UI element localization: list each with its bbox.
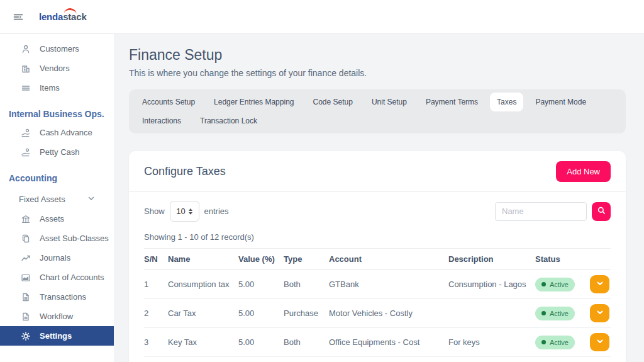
chevron-down-icon bbox=[596, 337, 604, 347]
cell-account: GTBank bbox=[329, 280, 448, 289]
tab-payment-mode[interactable]: Payment Mode bbox=[528, 93, 593, 111]
sidebar-item-vendors[interactable]: Vendors bbox=[0, 59, 114, 78]
table-row: 3 Key Tax 5.00 Both Office Equipments - … bbox=[144, 328, 611, 357]
status-label: Active bbox=[550, 339, 569, 346]
app-window: lendastack Customers Vendors bbox=[0, 0, 644, 362]
column-header-name: Name bbox=[168, 254, 238, 264]
sidebar: Customers Vendors Items Internal Busines… bbox=[0, 34, 114, 362]
sidebar-item-chart-of-accounts[interactable]: Chart of Accounts bbox=[0, 268, 114, 287]
trend-icon bbox=[21, 253, 31, 263]
search-input[interactable] bbox=[495, 202, 587, 221]
list-icon bbox=[21, 83, 31, 93]
finance-setup-tabs: Accounts Setup Ledger Entries Mapping Co… bbox=[129, 89, 626, 133]
tab-taxes[interactable]: Taxes bbox=[490, 93, 523, 111]
status-badge: Active bbox=[535, 278, 575, 291]
page-title: Finance Setup bbox=[129, 47, 626, 64]
sidebar-item-label: Workflow bbox=[40, 312, 73, 321]
column-header-account: Account bbox=[329, 254, 448, 264]
cell-account: Office Equipments - Cost bbox=[329, 337, 448, 347]
topbar: lendastack bbox=[0, 0, 644, 34]
tab-code-setup[interactable]: Code Setup bbox=[306, 93, 359, 111]
logo-swoosh-decoration bbox=[64, 8, 77, 14]
row-expand-button[interactable] bbox=[590, 275, 609, 293]
chevron-down-icon bbox=[596, 308, 604, 318]
tab-ledger-entries-mapping[interactable]: Ledger Entries Mapping bbox=[207, 93, 301, 111]
cell-status: Active bbox=[535, 307, 589, 320]
main-content: Finance Setup This is where you change t… bbox=[114, 34, 644, 362]
person-icon bbox=[21, 44, 31, 54]
tab-payment-terms[interactable]: Payment Terms bbox=[419, 93, 485, 111]
cell-value: 5.00 bbox=[238, 308, 284, 318]
search-control bbox=[495, 202, 611, 221]
sidebar-item-settings[interactable]: Settings bbox=[0, 326, 114, 346]
column-header-value: Value (%) bbox=[238, 254, 284, 264]
cell-value: 5.00 bbox=[238, 337, 284, 347]
sidebar-item-petty-cash[interactable]: Petty Cash bbox=[0, 142, 114, 162]
building-icon bbox=[21, 64, 31, 74]
bar-chart-icon bbox=[21, 273, 31, 283]
row-expand-button[interactable] bbox=[590, 333, 609, 351]
cell-name: Key Tax bbox=[168, 337, 238, 347]
sidebar-item-transactions[interactable]: Transactions bbox=[0, 287, 114, 307]
cell-status: Active bbox=[535, 278, 589, 291]
add-new-button[interactable]: Add New bbox=[556, 161, 611, 182]
page-size-select[interactable]: 10 bbox=[170, 201, 199, 222]
sidebar-item-customers[interactable]: Customers bbox=[0, 39, 114, 59]
status-dot-icon bbox=[541, 282, 546, 286]
status-dot-icon bbox=[541, 311, 546, 315]
card-title: Configure Taxes bbox=[144, 165, 226, 178]
cell-sn: 3 bbox=[144, 337, 168, 347]
search-icon bbox=[597, 206, 606, 217]
sidebar-item-asset-sub-classes[interactable]: Asset Sub-Classes bbox=[0, 229, 114, 248]
hand-cash-icon bbox=[21, 147, 31, 157]
row-expand-button[interactable] bbox=[590, 304, 609, 322]
cell-value: 5.00 bbox=[238, 280, 284, 289]
sidebar-item-label: Asset Sub-Classes bbox=[40, 234, 109, 243]
search-button[interactable] bbox=[592, 202, 611, 221]
sidebar-group-fixed-assets[interactable]: Fixed Assets bbox=[0, 189, 114, 209]
gear-icon bbox=[21, 331, 31, 341]
sidebar-item-label: Assets bbox=[40, 214, 64, 223]
records-summary: Showing 1 - 10 of 12 record(s) bbox=[129, 222, 626, 248]
document-icon bbox=[21, 312, 31, 322]
sidebar-item-label: Transactions bbox=[40, 292, 86, 302]
cell-description: Consumption - Lagos bbox=[448, 280, 535, 289]
status-badge: Active bbox=[535, 336, 575, 349]
column-header-status: Status bbox=[535, 254, 589, 264]
cell-account: Motor Vehicles - Costly bbox=[329, 308, 448, 318]
cell-name: Consumption tax bbox=[168, 280, 238, 289]
sidebar-item-label: Cash Advance bbox=[40, 128, 92, 137]
status-label: Active bbox=[550, 281, 569, 288]
sidebar-item-workflow[interactable]: Workflow bbox=[0, 307, 114, 326]
page-size-value: 10 bbox=[176, 206, 185, 216]
column-header-description: Description bbox=[448, 254, 535, 264]
tab-accounts-setup[interactable]: Accounts Setup bbox=[135, 93, 202, 111]
tab-interactions[interactable]: Interactions bbox=[135, 111, 188, 130]
document-icon bbox=[21, 292, 31, 302]
sidebar-item-items[interactable]: Items bbox=[0, 78, 114, 98]
table-row: 2 Car Tax 5.00 Purchase Motor Vehicles -… bbox=[144, 299, 611, 328]
status-badge: Active bbox=[535, 307, 575, 320]
cell-type: Purchase bbox=[284, 308, 329, 318]
table-header-row: S/N Name Value (%) Type Account Descript… bbox=[144, 248, 611, 270]
sidebar-item-journals[interactable]: Journals bbox=[0, 248, 114, 268]
chevron-down-icon bbox=[87, 195, 95, 204]
tab-unit-setup[interactable]: Unit Setup bbox=[365, 93, 414, 111]
copy-icon bbox=[21, 234, 31, 244]
sidebar-section-accounting: Accounting bbox=[0, 169, 114, 187]
sidebar-item-assets[interactable]: Assets bbox=[0, 209, 114, 229]
card-header: Configure Taxes Add New bbox=[129, 151, 626, 192]
cell-description: For keys bbox=[448, 337, 535, 347]
sidebar-item-label: Items bbox=[40, 83, 60, 93]
cell-sn: 2 bbox=[144, 308, 168, 318]
sidebar-item-label: Chart of Accounts bbox=[40, 273, 104, 282]
entries-label: entries bbox=[204, 206, 229, 216]
sidebar-item-label: Petty Cash bbox=[40, 147, 80, 157]
brand-logo[interactable]: lendastack bbox=[39, 11, 87, 22]
table-row: 4 Paint tax 10.00 Purchase Motor Vehicle… bbox=[144, 357, 611, 362]
sidebar-collapse-icon[interactable] bbox=[11, 10, 25, 24]
cell-status: Active bbox=[535, 336, 589, 349]
sidebar-item-label: Customers bbox=[40, 44, 79, 54]
sidebar-item-cash-advance[interactable]: Cash Advance bbox=[0, 123, 114, 142]
tab-transaction-lock[interactable]: Transaction Lock bbox=[193, 111, 264, 130]
